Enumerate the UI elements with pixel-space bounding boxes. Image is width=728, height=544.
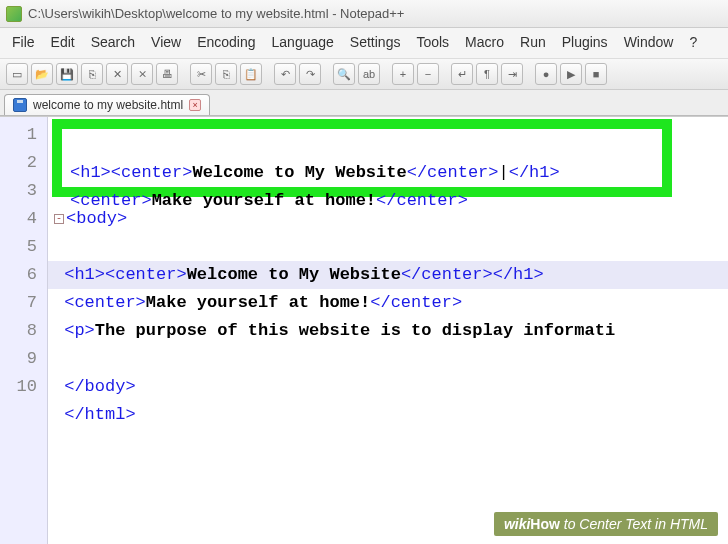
toolbar-separator [324,63,330,85]
redo-icon[interactable]: ↷ [299,63,321,85]
watermark-how: How [530,516,560,532]
macro-play-icon[interactable]: ▶ [560,63,582,85]
menu-language[interactable]: Language [264,32,342,52]
paste-icon[interactable]: 📋 [240,63,262,85]
menu-plugins[interactable]: Plugins [554,32,616,52]
line-number: 6 [0,261,47,289]
line-number: 10 [0,373,47,401]
zoom-out-icon[interactable]: − [417,63,439,85]
close-icon[interactable]: ✕ [106,63,128,85]
body-close-tag: </body> [64,377,135,396]
menu-run[interactable]: Run [512,32,554,52]
menu-search[interactable]: Search [83,32,143,52]
tab-bar: welcome to my website.html × [0,90,728,116]
macro-record-icon[interactable]: ● [535,63,557,85]
heading-text: Welcome to My Website [187,265,401,284]
menu-bar: File Edit Search View Encoding Language … [0,28,728,59]
tab-close-icon[interactable]: × [189,99,201,111]
toolbar: ▭ 📂 💾 ⎘ ✕ ⨯ 🖶 ✂ ⎘ 📋 ↶ ↷ 🔍 ab + − ↵ ¶ ⇥ ●… [0,59,728,90]
close-all-icon[interactable]: ⨯ [131,63,153,85]
h1-open-tag: <h1> [64,265,105,284]
center-close-tag: </center> [401,265,493,284]
menu-file[interactable]: File [4,32,43,52]
new-file-icon[interactable]: ▭ [6,63,28,85]
disk-icon [13,98,27,112]
center-close-tag: </center> [370,293,462,312]
line-number: 2 [0,149,47,177]
title-bar: C:\Users\wikih\Desktop\welcome to my web… [0,0,728,28]
line-number: 3 [0,177,47,205]
undo-icon[interactable]: ↶ [274,63,296,85]
line-number: 9 [0,345,47,373]
line-number: 7 [0,289,47,317]
line-number: 1 [0,121,47,149]
save-icon[interactable]: 💾 [56,63,78,85]
replace-icon[interactable]: ab [358,63,380,85]
menu-help[interactable]: ? [681,32,705,52]
line-number-gutter: 1 2 3 4 5 6 7 8 9 10 [0,117,48,544]
instruction-highlight: <h1><center>Welcome to My Website</cente… [52,119,672,197]
watermark-brand: wiki [504,516,530,532]
menu-encoding[interactable]: Encoding [189,32,263,52]
macro-stop-icon[interactable]: ■ [585,63,607,85]
cut-icon[interactable]: ✂ [190,63,212,85]
wikihow-watermark: wikiHow to Center Text in HTML [494,512,718,536]
paragraph-text: The purpose of this website is to displa… [95,321,615,340]
fold-minus-icon[interactable]: - [54,214,64,224]
menu-tools[interactable]: Tools [408,32,457,52]
copy-icon[interactable]: ⎘ [215,63,237,85]
print-icon[interactable]: 🖶 [156,63,178,85]
menu-settings[interactable]: Settings [342,32,409,52]
menu-view[interactable]: View [143,32,189,52]
save-all-icon[interactable]: ⎘ [81,63,103,85]
find-icon[interactable]: 🔍 [333,63,355,85]
toolbar-separator [442,63,448,85]
menu-edit[interactable]: Edit [43,32,83,52]
html-close-tag: </html> [64,405,135,424]
indent-icon[interactable]: ⇥ [501,63,523,85]
toolbar-separator [526,63,532,85]
wordwrap-icon[interactable]: ↵ [451,63,473,85]
menu-macro[interactable]: Macro [457,32,512,52]
center-open-tag: <center> [105,265,187,284]
toolbar-separator [383,63,389,85]
file-tab[interactable]: welcome to my website.html × [4,94,210,115]
zoom-in-icon[interactable]: + [392,63,414,85]
tab-filename: welcome to my website.html [33,98,183,112]
app-icon [6,6,22,22]
watermark-title: to Center Text in HTML [560,516,708,532]
toolbar-separator [181,63,187,85]
line-number: 5 [0,233,47,261]
show-all-icon[interactable]: ¶ [476,63,498,85]
open-file-icon[interactable]: 📂 [31,63,53,85]
subtitle-text: Make yourself at home! [146,293,370,312]
h1-close-tag: </h1> [493,265,544,284]
menu-window[interactable]: Window [616,32,682,52]
line-number: 8 [0,317,47,345]
line-number: 4 [0,205,47,233]
toolbar-separator [265,63,271,85]
center-open-tag: <center> [64,293,146,312]
window-title: C:\Users\wikih\Desktop\welcome to my web… [28,6,404,21]
